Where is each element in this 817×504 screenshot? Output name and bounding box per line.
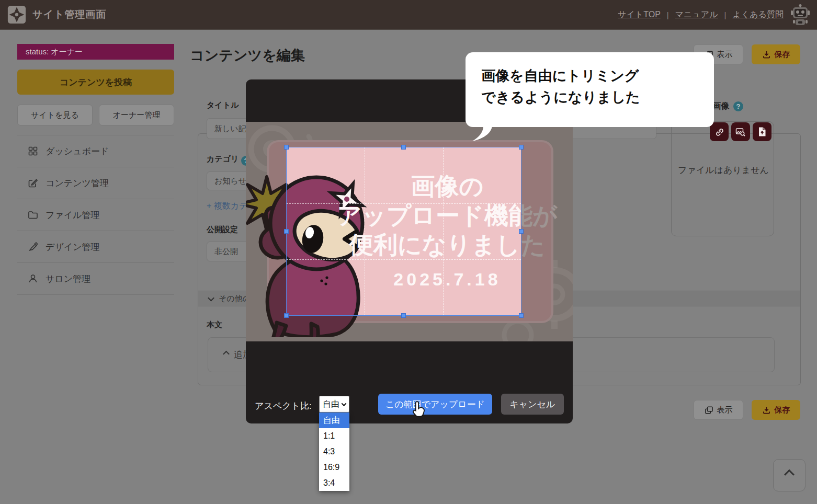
- aspect-ratio-value: 自由: [323, 399, 339, 410]
- aspect-ratio-select[interactable]: 自由: [319, 396, 349, 413]
- tooltip-tail: [469, 126, 496, 142]
- crop-selection-box[interactable]: [286, 147, 521, 316]
- aspect-option-16-9[interactable]: 16:9: [319, 460, 349, 475]
- category-label-row: カテゴリ ?: [207, 154, 251, 166]
- crop-handle-e[interactable]: [519, 229, 524, 234]
- publish-label: 公開設定: [207, 225, 238, 235]
- image-help-icon[interactable]: ?: [733, 101, 743, 111]
- aspect-ratio-label: アスペクト比:: [255, 400, 312, 412]
- body-label: 本文: [207, 320, 222, 330]
- sidebar-divider: [17, 294, 174, 295]
- sidebar-item-label: コンテンツ管理: [46, 177, 109, 189]
- link-url-button[interactable]: [710, 122, 729, 141]
- tooltip-line-1: 画像を自由にトリミング: [481, 65, 714, 87]
- window-icon: [705, 406, 713, 415]
- dashboard-icon: [28, 146, 38, 156]
- crop-handle-s[interactable]: [401, 313, 406, 318]
- show-button-bottom[interactable]: 表示: [694, 400, 743, 420]
- sidebar-item-salon[interactable]: サロン管理: [17, 262, 174, 294]
- image-panel-label-row: 画像 ?: [712, 101, 743, 112]
- crop-grid-line: [365, 147, 365, 315]
- sidebar-item-files[interactable]: ファイル管理: [17, 199, 174, 231]
- sidebar-item-content[interactable]: コンテンツ管理: [17, 167, 174, 199]
- link-separator: |: [667, 10, 669, 19]
- download-icon: [762, 50, 771, 59]
- crop-handle-se[interactable]: [519, 313, 524, 318]
- chevron-up-icon: [784, 469, 795, 480]
- header-links: サイトTOP | マニュアル | よくある質問: [618, 0, 784, 30]
- edit-icon: [28, 178, 38, 188]
- folder-icon: [28, 210, 38, 220]
- aspect-option-1-1[interactable]: 1:1: [319, 428, 349, 444]
- scroll-to-top-button[interactable]: [773, 459, 805, 491]
- title-label: タイトル: [207, 100, 239, 110]
- file-upload-button[interactable]: [753, 122, 771, 141]
- save-button-label: 保存: [775, 50, 790, 60]
- link-icon: [714, 127, 724, 137]
- view-site-button[interactable]: サイトを見る: [17, 105, 93, 125]
- sidebar-item-label: ファイル管理: [46, 209, 100, 221]
- header: サイト管理画面 サイトTOP | マニュアル | よくある質問: [0, 0, 817, 30]
- post-content-button[interactable]: コンテンツを投稿: [17, 70, 174, 95]
- sidebar-item-label: ダッシュボード: [46, 145, 109, 157]
- cancel-button[interactable]: キャンセル: [501, 394, 564, 415]
- modal-footer: アスペクト比: 自由 この範囲でアップロード キャンセル: [246, 341, 573, 423]
- page-title: コンテンツを編集: [190, 46, 305, 65]
- crop-handle-sw[interactable]: [284, 313, 289, 318]
- save-button-bottom[interactable]: 保存: [752, 400, 800, 420]
- chevron-up-icon: [223, 351, 230, 358]
- brush-icon: [28, 242, 38, 252]
- sidebar-item-design[interactable]: デザイン管理: [17, 231, 174, 262]
- download-icon: [762, 406, 771, 415]
- sidebar-item-label: デザイン管理: [46, 241, 100, 253]
- cursor-pointer-icon: [412, 400, 426, 418]
- crop-grid-line: [287, 203, 521, 204]
- owner-manage-button[interactable]: オーナー管理: [99, 105, 174, 125]
- show-button-label: 表示: [717, 405, 733, 415]
- save-button-label: 保存: [775, 405, 790, 415]
- app-title: サイト管理画面: [32, 8, 106, 21]
- show-button-label: 表示: [717, 50, 733, 60]
- link-site-top[interactable]: サイトTOP: [618, 9, 661, 20]
- sidebar-item-dashboard[interactable]: ダッシュボード: [17, 135, 174, 167]
- crop-handle-nw[interactable]: [284, 145, 289, 150]
- link-separator: |: [724, 10, 727, 19]
- chevron-down-icon: [208, 294, 214, 301]
- tooltip-line-2: できるようになりました: [481, 87, 714, 108]
- crop-handle-ne[interactable]: [519, 145, 524, 150]
- aspect-option-free[interactable]: 自由: [319, 413, 349, 428]
- aspect-option-3-4[interactable]: 3:4: [319, 475, 349, 491]
- link-manual[interactable]: マニュアル: [675, 9, 718, 20]
- no-file-text: ファイルはありません: [678, 164, 769, 176]
- image-search-button[interactable]: [731, 122, 750, 141]
- file-upload-icon: [757, 127, 767, 137]
- aspect-ratio-dropdown: 自由 1:1 4:3 16:9 3:4: [319, 413, 349, 491]
- aspect-option-4-3[interactable]: 4:3: [319, 444, 349, 460]
- category-label: カテゴリ: [207, 154, 239, 163]
- person-icon: [28, 273, 38, 284]
- upload-crop-button[interactable]: この範囲でアップロード: [378, 394, 492, 415]
- image-panel-label: 画像: [712, 101, 729, 112]
- crop-grid-line: [443, 147, 444, 315]
- feature-tooltip: 画像を自由にトリミング できるようになりました: [466, 52, 714, 127]
- image-crop-modal: 画像の アップロード機能が 便利になりました 2025.7.18 アスペクト比:…: [246, 79, 573, 423]
- robot-icon[interactable]: [790, 4, 811, 27]
- shuriken-logo-icon: [7, 5, 26, 24]
- crop-area: 画像の アップロード機能が 便利になりました 2025.7.18: [246, 122, 573, 341]
- crop-handle-w[interactable]: [284, 229, 289, 234]
- save-button-top[interactable]: 保存: [752, 44, 800, 64]
- status-badge: status: オーナー: [17, 44, 174, 60]
- link-faq[interactable]: よくある質問: [733, 9, 784, 20]
- chevron-down-icon: [342, 401, 347, 406]
- crop-handle-n[interactable]: [401, 145, 406, 150]
- sidebar-item-label: サロン管理: [46, 273, 90, 285]
- image-search-icon: [735, 127, 746, 137]
- crop-grid-line: [287, 259, 521, 260]
